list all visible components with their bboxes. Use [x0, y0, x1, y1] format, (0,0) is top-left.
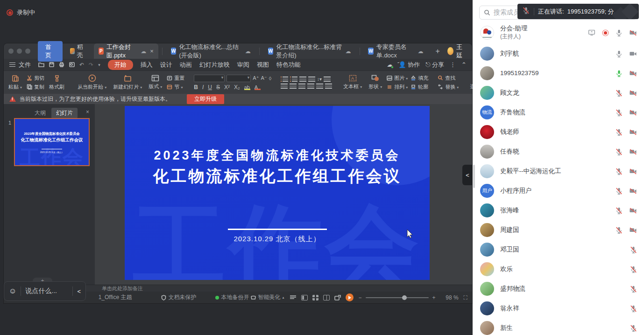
camera-off-icon[interactable]	[629, 207, 637, 215]
zoom-slider-thumb[interactable]	[402, 295, 407, 300]
tab-outline[interactable]: 大纲	[31, 108, 50, 119]
tab-home[interactable]: 首页	[38, 41, 63, 62]
mic-on-icon[interactable]	[615, 29, 623, 37]
emoji-icon[interactable]: ☺	[9, 287, 16, 295]
slide-editing-area[interactable]: 工作会 2023年度全国物流标准化技术委员会 化工物流标准化工作组工作会议 20…	[95, 104, 472, 285]
font-shrink-icon[interactable]: A⁻	[261, 75, 267, 81]
bullet-list-icon[interactable]	[283, 77, 288, 82]
zoom-slider[interactable]	[366, 297, 429, 298]
arrange-button[interactable]: 排列 ▾	[387, 84, 408, 91]
mic-muted-icon[interactable]	[630, 246, 637, 254]
collapse-ribbon-icon[interactable]: ⌃	[461, 61, 467, 68]
menu-item-design[interactable]: 设计	[160, 61, 172, 69]
theme-label[interactable]: 1_Office 主题	[99, 293, 132, 301]
normal-view-icon[interactable]	[301, 295, 308, 300]
camera-off-icon[interactable]	[629, 128, 637, 136]
camera-off-icon[interactable]	[629, 109, 637, 117]
bold-button[interactable]: B	[194, 84, 198, 91]
account-button[interactable]: 王廷	[447, 43, 467, 60]
mic-muted-icon[interactable]	[630, 265, 637, 273]
smart-beautify-button[interactable]: 智能美化▴	[250, 293, 284, 301]
participant-row[interactable]: 19951923759	[473, 63, 644, 83]
new-tab-button[interactable]: +	[432, 47, 444, 56]
window-controls[interactable]	[8, 49, 30, 54]
paste-button[interactable]: 粘贴 ▾	[7, 74, 24, 91]
protect-status[interactable]: 文档未保护	[161, 293, 197, 301]
strike-button[interactable]: S	[216, 84, 220, 91]
font-size-select[interactable]	[226, 75, 251, 82]
menu-item-animation[interactable]: 动画	[180, 61, 192, 69]
camera-off-icon[interactable]	[629, 187, 637, 195]
mic-muted-icon[interactable]	[630, 285, 637, 293]
mic-active-icon[interactable]	[615, 70, 623, 77]
align-left-icon[interactable]	[281, 84, 288, 89]
fit-screen-icon[interactable]: ⛶	[464, 294, 467, 301]
participant-row[interactable]: 翁永祥	[473, 299, 644, 318]
participant-row[interactable]: 用户小程序用户	[473, 181, 644, 201]
cloud-sync-icon[interactable]: ☁	[387, 61, 393, 68]
participant-row[interactable]: 史毅平--中远海运化工	[473, 161, 644, 181]
mic-muted-icon[interactable]	[615, 148, 623, 156]
participant-row[interactable]: 刘宇航	[473, 44, 644, 63]
mic-muted-icon[interactable]	[630, 324, 637, 332]
chat-collapse-icon[interactable]: <	[77, 288, 81, 295]
cut-button[interactable]: 剪切	[27, 75, 44, 82]
backup-status[interactable]: 本地备份开	[215, 293, 249, 301]
fill-button[interactable]: 填充	[410, 75, 428, 82]
camera-off-icon[interactable]	[629, 226, 637, 234]
menu-item-special[interactable]: 特色功能	[276, 61, 301, 69]
participant-row[interactable]: 分会-助理(主持人)	[473, 21, 644, 44]
chat-placeholder[interactable]: 说点什么...	[25, 287, 68, 295]
camera-off-icon[interactable]	[629, 70, 637, 77]
play-from-current-button[interactable]: 从当前开始 ▾	[76, 73, 108, 91]
mic-muted-icon[interactable]	[615, 109, 623, 117]
panel-collapse-handle[interactable]: <	[462, 165, 473, 185]
replace-button[interactable]: 替换 ▾	[438, 84, 459, 91]
upgrade-button[interactable]: 立即升级	[187, 94, 224, 104]
collab-button[interactable]: ᷄👤 协作	[398, 61, 420, 69]
clear-format-icon[interactable]: ◊	[269, 76, 271, 81]
tab-docer[interactable]: 稻壳	[66, 43, 90, 60]
mic-muted-icon[interactable]	[630, 305, 637, 313]
mic-on-icon[interactable]	[615, 50, 623, 58]
mic-muted-icon[interactable]	[615, 207, 623, 215]
camera-on-icon[interactable]	[629, 50, 637, 58]
slide-thumbnail[interactable]: 工作会 2023年度全国物流标准化技术委员会 化工物流标准化工作组工作会议 20…	[14, 118, 90, 166]
participant-row[interactable]: 物流齐鲁物流	[473, 103, 644, 122]
camera-off-icon[interactable]	[629, 148, 637, 156]
text-direction-icon[interactable]	[325, 84, 332, 89]
participant-row[interactable]: 邓卫国	[473, 240, 644, 259]
tab-doc3[interactable]: W 化工物流标准化...标准背景介绍) ☁	[263, 43, 356, 59]
tab-doc4[interactable]: W 专家委员名单.docx ☁	[363, 43, 428, 59]
format-painter-button[interactable]: 格式刷	[47, 74, 66, 91]
participant-row[interactable]: 顾文龙	[473, 83, 644, 103]
find-button[interactable]: 查找	[438, 75, 459, 82]
slideshow-play-button[interactable]	[346, 293, 354, 301]
menu-item-insert[interactable]: 插入	[141, 61, 153, 69]
font-family-select[interactable]	[194, 75, 225, 82]
menu-item-review[interactable]: 审阅	[237, 61, 249, 69]
zoom-out-icon[interactable]: −	[359, 294, 362, 301]
participant-row[interactable]: 新生	[473, 318, 644, 335]
mic-muted-icon[interactable]	[615, 168, 623, 175]
justify-icon[interactable]	[307, 84, 314, 89]
superscript-button[interactable]: X²	[224, 84, 230, 91]
zoom-control[interactable]: − +	[359, 294, 436, 301]
textbox-button[interactable]: A 文本框 ▾	[341, 74, 364, 91]
more-icon[interactable]: ⋮	[450, 61, 456, 68]
participant-row[interactable]: 任春晓	[473, 142, 644, 161]
participant-row[interactable]: 欢乐	[473, 259, 644, 279]
participant-row[interactable]: 张海峰	[473, 201, 644, 220]
camera-off-icon[interactable]	[629, 89, 637, 97]
indent-increase-icon[interactable]	[308, 77, 315, 82]
quick-access-toolbar[interactable]: ↶↷▾	[38, 62, 100, 68]
participant-row[interactable]: 钱老师	[473, 122, 644, 142]
participant-row[interactable]: 盛邦物流	[473, 279, 644, 299]
recording-icon[interactable]	[602, 29, 609, 37]
numbered-list-icon[interactable]	[292, 77, 297, 82]
menu-item-slideshow[interactable]: 幻灯片放映	[199, 61, 230, 69]
menu-item-start[interactable]: 开始	[108, 60, 133, 70]
highlight-color-button[interactable]: ab	[244, 84, 250, 90]
copy-button[interactable]: 复制	[27, 84, 44, 91]
new-slide-button[interactable]: 新建幻灯片 ▾	[111, 74, 144, 91]
